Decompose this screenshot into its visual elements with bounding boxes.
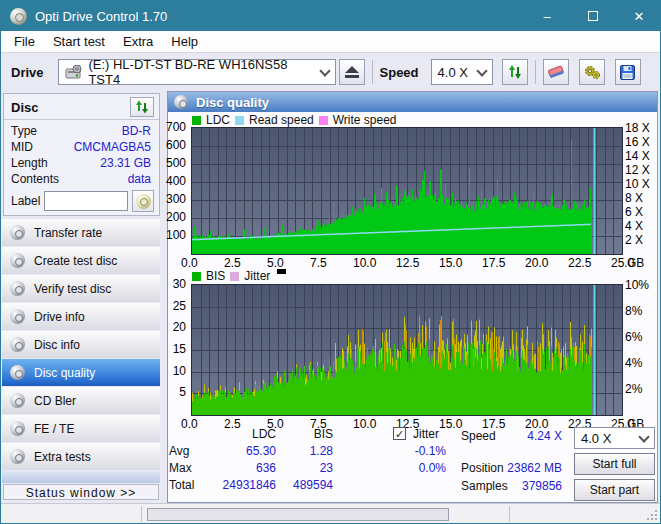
progress-bar (147, 508, 449, 521)
legend-swatch-ldc (192, 116, 201, 125)
menu-item-start-test[interactable]: Start test (44, 31, 114, 52)
bis-jitter-chart[interactable] (191, 284, 623, 416)
chart1-xaxis-tick: 5.0 (267, 256, 284, 270)
test-speed-select[interactable]: 4.0 X (574, 427, 655, 449)
refresh-icon (135, 100, 149, 114)
sidebar-item-label: Create test disc (34, 254, 117, 268)
chart1-yaxis-left-tick: 400 (156, 174, 186, 188)
disc-refresh-button[interactable] (130, 97, 154, 117)
disc-row-value[interactable]: data (128, 172, 151, 186)
save-button[interactable] (615, 59, 641, 85)
chart2-legend: BISJitter (192, 269, 286, 283)
sidebar-item-extra-tests[interactable]: Extra tests (2, 443, 160, 470)
sidebar-item-label: Verify test disc (34, 282, 111, 296)
sidebar-item-label: Disc info (34, 338, 80, 352)
chart2-xaxis-tick: 15.0 (439, 417, 462, 431)
page-title: Disc quality (196, 95, 269, 110)
toolbar-separator (535, 60, 536, 84)
eject-button[interactable] (339, 59, 365, 85)
jitter-checkbox[interactable]: ✓ (393, 427, 406, 440)
drive-icon (65, 65, 83, 79)
start-full-button[interactable]: Start full (574, 453, 655, 475)
sidebar-item-label: Drive info (34, 310, 85, 324)
chart1-xaxis-tick: 2.5 (224, 256, 241, 270)
disc-row-value: 23.31 GB (100, 156, 151, 170)
title-bar[interactable]: Opti Drive Control 1.70 – ✕ (1, 1, 661, 31)
resize-grip[interactable] (646, 509, 658, 521)
sidebar-item-create-test-disc[interactable]: Create test disc (2, 247, 160, 274)
chart1-yaxis-right-tick: 14 X (625, 149, 650, 163)
chart2-xaxis-tick: 10.0 (353, 417, 376, 431)
chart1-yaxis-right-tick: 10 X (625, 177, 650, 191)
disc-row-label: MID (11, 140, 33, 154)
minimize-button[interactable]: – (524, 1, 570, 31)
statusbar-separator (141, 506, 142, 522)
close-button[interactable]: ✕ (616, 1, 661, 31)
start-part-button[interactable]: Start part (574, 479, 655, 501)
erase-disc-button[interactable] (543, 59, 569, 85)
legend-label: LDC (206, 113, 230, 127)
sidebar-item-label: FE / TE (34, 422, 74, 436)
chart1-xaxis-tick: 20.0 (525, 256, 548, 270)
ldc-chart[interactable] (191, 127, 623, 255)
sidebar-item-fe-te[interactable]: FE / TE (2, 415, 160, 442)
chart2-yaxis-left-tick: 20 (156, 320, 186, 334)
disc-row-value: BD-R (122, 124, 151, 138)
drive-select[interactable]: (E:) HL-DT-ST BD-RE WH16NS58 TST4 (58, 59, 336, 85)
label-label: Label (11, 194, 40, 208)
status-window-button[interactable]: Status window >> (3, 484, 159, 500)
chart1-yaxis-right-tick: 4 X (625, 219, 643, 233)
chart2-yaxis-left-tick: 5 (156, 385, 186, 399)
chart2-yaxis-right-tick: 8% (625, 304, 642, 318)
save-icon (620, 65, 635, 80)
disc-panel-title: Disc (11, 100, 38, 115)
refresh-button[interactable] (502, 59, 528, 85)
legend-label: Read speed (249, 113, 314, 127)
disc-icon (10, 281, 25, 296)
disc-label-button[interactable] (132, 190, 154, 212)
sidebar-item-disc-quality[interactable]: Disc quality (2, 359, 160, 386)
maximize-button[interactable] (570, 1, 616, 31)
eject-icon (345, 66, 359, 78)
drive-label: Drive (11, 65, 44, 80)
legend-label: Write speed (333, 113, 397, 127)
chart1-yaxis-left-tick: 500 (156, 156, 186, 170)
sidebar-item-disc-info[interactable]: Disc info (2, 331, 160, 358)
sidebar-item-drive-info[interactable]: Drive info (2, 303, 160, 330)
sidebar-item-transfer-rate[interactable]: Transfer rate (2, 219, 160, 246)
sidebar-item-cd-bler[interactable]: CD Bler (2, 387, 160, 414)
sidebar-item-verify-test-disc[interactable]: Verify test disc (2, 275, 160, 302)
stats-col-bis: BIS (263, 427, 333, 441)
chart1-yaxis-left-tick: 600 (156, 138, 186, 152)
speed-select-value: 4.0 X (438, 65, 468, 80)
speed-select[interactable]: 4.0 X (431, 59, 493, 85)
chart1-yaxis-right-tick: 16 X (625, 135, 650, 149)
stats-row-label: Max (169, 461, 192, 475)
app-disc-icon (10, 8, 27, 25)
chevron-down-icon (319, 65, 330, 76)
label-input[interactable] (44, 191, 128, 211)
stats-right-value: 23862 MB (497, 461, 562, 475)
menu-item-help[interactable]: Help (162, 31, 207, 52)
menu-bar: FileStart testExtraHelp (1, 31, 660, 53)
legend-swatch-write-speed (319, 116, 328, 125)
toolbar-separator (372, 60, 373, 84)
menu-item-extra[interactable]: Extra (114, 31, 162, 52)
chart1-xaxis-tick: 12.5 (396, 256, 419, 270)
stats-bis-value: 1.28 (263, 444, 333, 458)
app-window: Opti Drive Control 1.70 – ✕ FileStart te… (0, 0, 661, 524)
chart1-yaxis-right-tick: 18 X (625, 121, 650, 135)
speed-label: Speed (380, 65, 419, 80)
settings-button[interactable] (579, 59, 605, 85)
disc-row-contents: Contentsdata (4, 171, 159, 187)
chart1-legend: LDCRead speedWrite speed (192, 113, 397, 127)
disc-icon (10, 309, 25, 324)
disc-row-type: TypeBD-R (4, 123, 159, 139)
menu-item-file[interactable]: File (5, 31, 44, 52)
gears-icon (583, 64, 601, 80)
chart1-xaxis-unit: GB (627, 256, 644, 270)
stats-right-value: 4.24 X (497, 429, 562, 443)
cd-icon (136, 194, 151, 209)
chart1-xaxis-tick: 7.5 (310, 256, 327, 270)
chart2-yaxis-right-tick: 6% (625, 330, 642, 344)
